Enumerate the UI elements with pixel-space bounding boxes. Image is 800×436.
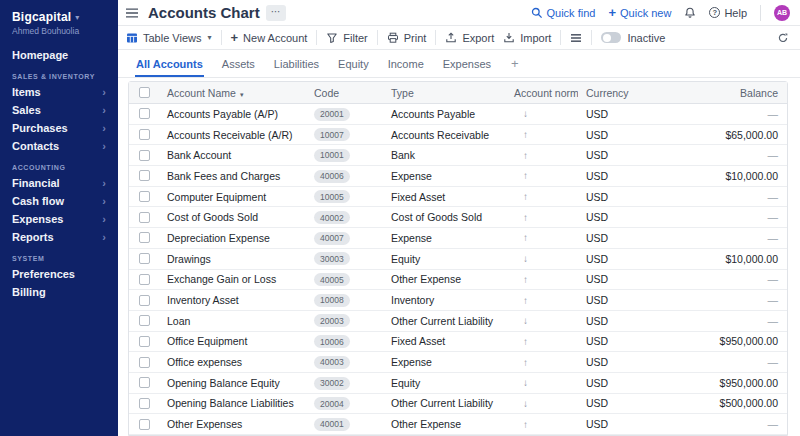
account-normal-arrow-up: ↑ bbox=[506, 212, 578, 223]
code-badge: 10006 bbox=[314, 335, 350, 348]
code-badge: 40003 bbox=[314, 356, 350, 369]
row-checkbox[interactable] bbox=[139, 129, 150, 140]
row-checkbox[interactable] bbox=[139, 315, 150, 326]
tab-liabilities[interactable]: Liabilities bbox=[273, 51, 320, 77]
column-header-code[interactable]: Code bbox=[306, 87, 383, 99]
quick-new-label: Quick new bbox=[620, 7, 671, 19]
table-views-button[interactable]: Table Views ▾ bbox=[126, 32, 212, 44]
account-code-cell: 20003 bbox=[306, 314, 383, 328]
account-normal-arrow-up: ↑ bbox=[506, 274, 578, 285]
hamburger-menu-icon[interactable] bbox=[123, 5, 141, 21]
sidebar-item-purchases[interactable]: Purchases› bbox=[0, 119, 118, 137]
tab-all-accounts[interactable]: All Accounts bbox=[135, 51, 204, 77]
table-row[interactable]: Depreciation Expense40007Expense↑USD— bbox=[129, 228, 787, 249]
workspace-switcher[interactable]: Bigcapital ▾ bbox=[0, 8, 118, 24]
table-row[interactable]: Office expenses40003Expense↑USD— bbox=[129, 352, 787, 373]
filter-label: Filter bbox=[343, 32, 367, 44]
account-code-cell: 30002 bbox=[306, 376, 383, 390]
table-row[interactable]: Accounts Receivable (A/R)10007Accounts R… bbox=[129, 125, 787, 146]
table-row[interactable]: Computer Equipment10005Fixed Asset↑USD— bbox=[129, 187, 787, 208]
more-options-icon[interactable]: ⋯ bbox=[266, 5, 286, 21]
tab-expenses[interactable]: Expenses bbox=[442, 51, 492, 77]
accounts-table: Account Name▾CodeTypeAccount normalCurre… bbox=[128, 81, 788, 436]
inactive-toggle[interactable] bbox=[601, 32, 621, 43]
tab-equity[interactable]: Equity bbox=[337, 51, 370, 77]
table-row[interactable]: Cost of Goods Sold40002Cost of Goods Sol… bbox=[129, 207, 787, 228]
row-checkbox-cell bbox=[129, 336, 159, 347]
account-type-cell: Inventory bbox=[383, 294, 506, 306]
row-checkbox[interactable] bbox=[139, 170, 150, 181]
export-button[interactable]: Export bbox=[445, 32, 494, 44]
help-label: Help bbox=[724, 7, 747, 19]
filter-button[interactable]: Filter bbox=[326, 32, 367, 44]
account-code-cell: 10006 bbox=[306, 335, 383, 349]
sidebar-item-reports[interactable]: Reports› bbox=[0, 228, 118, 246]
tab-income[interactable]: Income bbox=[387, 51, 425, 77]
balance-cell: $950,000.00 bbox=[651, 335, 787, 347]
column-header-currency[interactable]: Currency bbox=[578, 87, 651, 99]
currency-cell: USD bbox=[578, 335, 651, 347]
account-type-cell: Other Expense bbox=[383, 418, 506, 430]
row-checkbox[interactable] bbox=[139, 150, 150, 161]
table-row[interactable]: Other Expenses40001Other Expense↑USD— bbox=[129, 414, 787, 435]
refresh-button[interactable] bbox=[777, 32, 789, 44]
account-name-cell: Exchange Gain or Loss bbox=[159, 273, 306, 285]
column-header-account-name[interactable]: Account Name▾ bbox=[159, 87, 306, 99]
row-checkbox[interactable] bbox=[139, 357, 150, 368]
sidebar-item-billing[interactable]: Billing bbox=[0, 283, 118, 301]
table-row[interactable]: Exchange Gain or Loss40005Other Expense↑… bbox=[129, 270, 787, 291]
table-row[interactable]: Office Equipment10006Fixed Asset↑USD$950… bbox=[129, 332, 787, 353]
table-row[interactable]: Opening Balance Liabilities20004Other Cu… bbox=[129, 394, 787, 415]
sidebar-item-preferences[interactable]: Preferences bbox=[0, 265, 118, 283]
tab-assets[interactable]: Assets bbox=[221, 51, 256, 77]
row-density-button[interactable] bbox=[570, 32, 582, 44]
new-account-button[interactable]: + New Account bbox=[231, 31, 308, 44]
row-checkbox-cell bbox=[129, 274, 159, 285]
row-checkbox[interactable] bbox=[139, 253, 150, 264]
row-checkbox[interactable] bbox=[139, 212, 150, 223]
table-row[interactable]: Accounts Payable (A/P)20001Accounts Paya… bbox=[129, 104, 787, 125]
column-header-type[interactable]: Type bbox=[383, 87, 506, 99]
currency-cell: USD bbox=[578, 273, 651, 285]
quick-new-button[interactable]: + Quick new bbox=[608, 6, 671, 19]
table-row[interactable]: Drawings30003Equity↓USD$10,000.00 bbox=[129, 249, 787, 270]
sidebar-item-items[interactable]: Items› bbox=[0, 83, 118, 101]
sidebar-item-sales[interactable]: Sales› bbox=[0, 101, 118, 119]
column-header-balance[interactable]: Balance bbox=[651, 87, 787, 99]
table-row[interactable]: Loan20003Other Current Liability↓USD— bbox=[129, 311, 787, 332]
table-row[interactable]: Opening Balance Equity30002Equity↓USD$95… bbox=[129, 373, 787, 394]
print-button[interactable]: Print bbox=[387, 32, 427, 44]
row-checkbox[interactable] bbox=[139, 398, 150, 409]
code-badge: 20001 bbox=[314, 108, 350, 121]
row-checkbox[interactable] bbox=[139, 191, 150, 202]
account-normal-arrow-down: ↓ bbox=[506, 253, 578, 264]
select-all-checkbox[interactable] bbox=[139, 87, 150, 98]
row-checkbox[interactable] bbox=[139, 108, 150, 119]
account-name-cell: Computer Equipment bbox=[159, 191, 306, 203]
row-checkbox[interactable] bbox=[139, 274, 150, 285]
import-button[interactable]: Import bbox=[503, 32, 551, 44]
row-checkbox[interactable] bbox=[139, 232, 150, 243]
sidebar-item-homepage[interactable]: Homepage bbox=[0, 46, 118, 64]
table-row[interactable]: Bank Account10001Bank↑USD— bbox=[129, 145, 787, 166]
user-avatar[interactable]: AB bbox=[774, 5, 790, 21]
column-header-account-normal[interactable]: Account normal bbox=[506, 87, 578, 99]
inactive-toggle-label: Inactive bbox=[627, 32, 665, 44]
help-button[interactable]: ? Help bbox=[709, 7, 747, 19]
table-row[interactable]: Bank Fees and Charges40006Expense↑USD$10… bbox=[129, 166, 787, 187]
print-label: Print bbox=[404, 32, 427, 44]
currency-cell: USD bbox=[578, 191, 651, 203]
notifications-bell-icon[interactable] bbox=[684, 7, 696, 19]
quick-find-button[interactable]: Quick find bbox=[531, 7, 596, 19]
row-checkbox[interactable] bbox=[139, 419, 150, 430]
import-icon bbox=[503, 32, 515, 44]
sidebar-item-contacts[interactable]: Contacts› bbox=[0, 137, 118, 155]
row-checkbox[interactable] bbox=[139, 377, 150, 388]
table-row[interactable]: Inventory Asset10008Inventory↑USD— bbox=[129, 290, 787, 311]
row-checkbox[interactable] bbox=[139, 336, 150, 347]
row-checkbox[interactable] bbox=[139, 295, 150, 306]
add-tab-button[interactable]: + bbox=[509, 50, 521, 77]
sidebar-item-expenses[interactable]: Expenses› bbox=[0, 210, 118, 228]
sidebar-item-cash-flow[interactable]: Cash flow› bbox=[0, 192, 118, 210]
sidebar-item-financial[interactable]: Financial› bbox=[0, 174, 118, 192]
